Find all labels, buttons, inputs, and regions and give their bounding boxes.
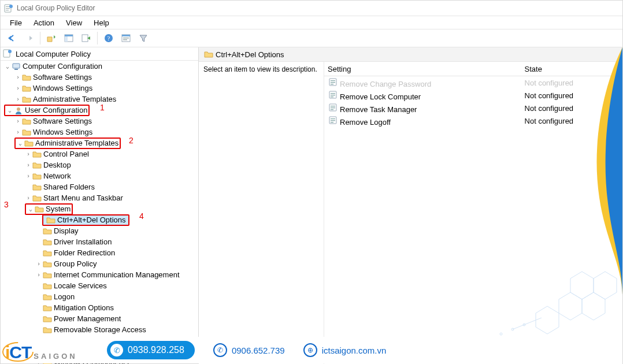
svg-point-23	[17, 107, 20, 111]
folder-icon	[43, 292, 52, 302]
tree-item[interactable]: ›Windows Settings	[13, 127, 198, 138]
expand-icon[interactable]: ›	[14, 118, 21, 124]
expand-icon[interactable]: ›	[25, 173, 32, 179]
menu-view[interactable]: View	[60, 18, 88, 28]
tree-label: Shared Folders	[43, 183, 95, 191]
tree-item[interactable]: ›Windows Settings	[13, 83, 198, 94]
filter-button[interactable]	[135, 30, 151, 46]
tree-item-computer-configuration[interactable]: ⌄ Computer Configuration	[3, 61, 198, 72]
brand-logo: iCT SAIGON	[5, 343, 77, 362]
menu-file[interactable]: File	[4, 18, 28, 28]
tree-item[interactable]: Driver Installation	[34, 236, 198, 247]
tree-item[interactable]: ›Network	[24, 170, 198, 181]
user-icon	[14, 106, 23, 115]
expand-icon[interactable]: ›	[14, 74, 21, 80]
export-list-button[interactable]	[78, 30, 94, 46]
tree-item[interactable]: ›Group Policy	[34, 258, 198, 269]
svg-rect-11	[82, 35, 88, 42]
setting-row[interactable]: Remove Change PasswordNot configured	[324, 76, 622, 90]
tree-label: Driver Installation	[54, 237, 112, 246]
expand-icon[interactable]: ›	[35, 272, 42, 278]
filter-options-button[interactable]	[118, 30, 134, 46]
svg-rect-27	[331, 84, 333, 84]
phone-pill[interactable]: ✆ 0938.928.258	[107, 341, 195, 359]
tree-label: Locale Services	[54, 281, 107, 290]
phone-secondary[interactable]: ✆ 0906.652.739	[213, 343, 285, 357]
tree-item[interactable]: ›Start Menu and Taskbar	[24, 192, 198, 203]
svg-point-50	[3, 343, 33, 361]
computer-icon	[12, 62, 21, 71]
tree-label: Folder Redirection	[54, 248, 115, 257]
forward-button[interactable]	[21, 30, 37, 46]
description-pane: Select an item to view its description.	[199, 62, 324, 364]
tree-label: System	[46, 205, 71, 213]
setting-name: Remove Logoff	[340, 118, 391, 127]
tree-item[interactable]: ›Administrative Templates	[13, 94, 198, 105]
collapse-icon[interactable]: ⌄	[27, 206, 34, 212]
tree-label: Display	[54, 226, 79, 235]
folder-icon	[22, 128, 31, 137]
expand-icon[interactable]: ›	[25, 162, 32, 168]
tree-label: Start Menu and Taskbar	[43, 194, 123, 202]
tree-item[interactable]: Shared Folders	[24, 181, 198, 192]
setting-row[interactable]: Remove Task ManagerNot configured	[324, 102, 622, 114]
collapse-icon[interactable]: ⌄	[4, 63, 11, 69]
tree-item[interactable]: ›Software Settings	[13, 72, 198, 83]
tree-item[interactable]: Display	[34, 225, 198, 236]
column-label: State	[525, 65, 542, 73]
tree-item-system[interactable]: ⌄ System	[24, 203, 198, 214]
setting-row[interactable]: Remove Lock ComputerNot configured	[324, 89, 622, 102]
tree-item[interactable]: Power Management	[34, 313, 198, 324]
annotation-1: 1	[100, 103, 105, 112]
expand-icon[interactable]: ›	[25, 151, 32, 157]
window-title: Local Group Policy Editor	[17, 4, 95, 12]
folder-icon	[32, 150, 42, 159]
column-setting[interactable]: Setting	[324, 62, 521, 76]
help-button[interactable]: ?	[101, 30, 117, 46]
website-link[interactable]: ⊕ ictsaigon.com.vn	[303, 343, 387, 357]
tree-item[interactable]: Removable Storage Access	[34, 324, 198, 335]
svg-point-4	[9, 5, 13, 8]
tree-item[interactable]: ›Desktop	[24, 159, 198, 170]
tree-item[interactable]: Folder Redirection	[34, 247, 198, 258]
tree-label: Software Settings	[33, 117, 92, 125]
tree-item[interactable]: Mitigation Options	[34, 302, 198, 313]
expand-icon[interactable]: ›	[14, 85, 21, 91]
main-header: Ctrl+Alt+Del Options	[199, 47, 622, 62]
show-hide-tree-button[interactable]	[61, 30, 77, 46]
expand-icon[interactable]: ›	[14, 129, 21, 135]
menu-help[interactable]: Help	[88, 18, 115, 28]
collapse-icon[interactable]: ⌄	[6, 107, 13, 113]
tree-label: Group Policy	[54, 259, 97, 268]
tree-item[interactable]: ›Software Settings	[13, 116, 198, 127]
svg-rect-3	[6, 10, 9, 10]
folder-icon	[43, 303, 52, 313]
folder-icon	[43, 237, 52, 247]
tree-item[interactable]: ›Internet Communication Management	[34, 269, 198, 280]
back-button[interactable]	[3, 30, 20, 46]
setting-row[interactable]: Remove LogoffNot configured	[324, 114, 622, 127]
collapse-icon[interactable]: ⌄	[17, 140, 24, 146]
tree-item[interactable]: Locale Services	[34, 280, 198, 291]
svg-text:?: ?	[107, 35, 110, 42]
tree-label: Windows Settings	[33, 84, 92, 92]
tree-item-admin-templates[interactable]: ⌄ Administrative Templates	[13, 138, 198, 148]
expand-icon[interactable]: ›	[35, 261, 42, 267]
main-pane: Ctrl+Alt+Del Options Select an item to v…	[199, 47, 622, 364]
folder-icon	[24, 139, 34, 148]
svg-rect-18	[123, 39, 127, 40]
tree-item-ctrl-alt-del[interactable]: Ctrl+Alt+Del Options	[34, 214, 198, 225]
gpedit-window: Local Group Policy Editor File Action Vi…	[0, 0, 623, 364]
expand-icon[interactable]: ›	[14, 96, 21, 102]
expand-icon[interactable]: ›	[25, 195, 32, 201]
tree-label: Power Management	[54, 314, 121, 323]
column-state[interactable]: State	[521, 62, 622, 76]
app-icon	[4, 3, 13, 13]
tree-item[interactable]: Logon	[34, 291, 198, 302]
svg-rect-30	[331, 95, 335, 95]
up-button[interactable]	[43, 30, 60, 46]
tree-item[interactable]: ›Control Panel	[24, 148, 198, 159]
menu-action[interactable]: Action	[28, 18, 60, 28]
tree-root-row[interactable]: Local Computer Policy	[1, 47, 198, 61]
menu-bar: File Action View Help	[1, 16, 622, 29]
